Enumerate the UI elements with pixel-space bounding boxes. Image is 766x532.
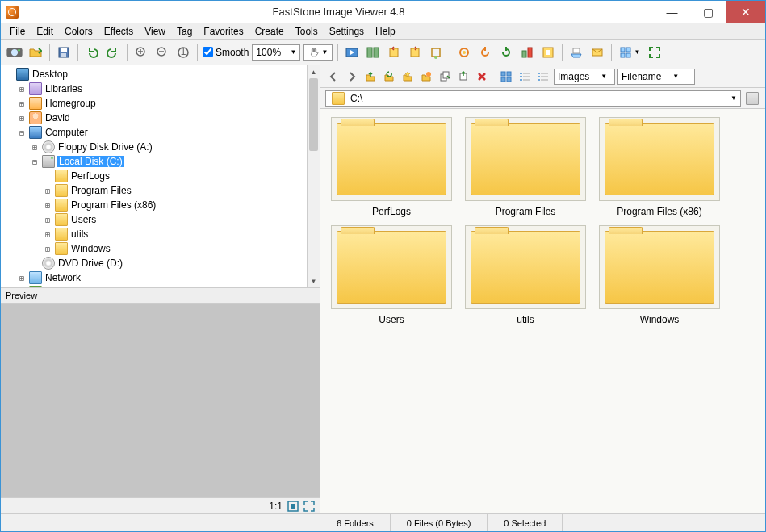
- expander-icon[interactable]: ⊞: [17, 85, 27, 94]
- menu-favorites[interactable]: Favorites: [198, 26, 249, 37]
- smooth-checkbox[interactable]: Smooth: [203, 47, 249, 58]
- thumbnail-area[interactable]: PerfLogsProgram FilesProgram Files (x86)…: [320, 109, 765, 513]
- save-button[interactable]: [55, 44, 73, 61]
- scroll-down-button[interactable]: ▼: [308, 274, 320, 287]
- scroll-thumb[interactable]: [309, 78, 318, 151]
- folder-thumb[interactable]: Program Files (x86): [596, 117, 722, 217]
- zoom-select[interactable]: 100%▼: [252, 44, 300, 61]
- zoom-out-button[interactable]: [153, 44, 171, 61]
- email-button[interactable]: [588, 44, 606, 61]
- menu-file[interactable]: File: [4, 26, 31, 37]
- folder-thumb[interactable]: utils: [463, 225, 588, 325]
- sort-select[interactable]: Filename▼: [617, 69, 695, 85]
- expander-icon[interactable]: ⊞: [43, 230, 52, 239]
- view-list-button[interactable]: [517, 69, 533, 85]
- open-folder-button[interactable]: [27, 44, 44, 61]
- menu-effects[interactable]: Effects: [98, 26, 139, 37]
- scroll-track[interactable]: [308, 78, 320, 274]
- folder-tree[interactable]: Desktop⊞Libraries⊞Homegroup⊞David⊟Comput…: [1, 65, 307, 287]
- zoom-in-button[interactable]: [132, 44, 150, 61]
- view-details-button[interactable]: [535, 69, 551, 85]
- tree-item[interactable]: ⊞Windows: [1, 241, 307, 256]
- tree-item[interactable]: DVD Drive (D:): [1, 256, 307, 270]
- rotate-left-button[interactable]: [385, 44, 403, 61]
- tree-item[interactable]: PerfLogs: [1, 169, 307, 183]
- undo-button[interactable]: [83, 44, 101, 61]
- menu-colors[interactable]: Colors: [59, 26, 98, 37]
- redo-button[interactable]: [104, 44, 122, 61]
- menu-edit[interactable]: Edit: [31, 26, 59, 37]
- address-bar[interactable]: C:\ ▼: [325, 90, 741, 107]
- tree-item[interactable]: ⊞Network: [1, 270, 307, 285]
- smooth-check-input[interactable]: [203, 47, 213, 57]
- close-button[interactable]: ✕: [726, 1, 765, 23]
- nav-back-button[interactable]: [325, 69, 341, 85]
- expander-icon[interactable]: ⊞: [43, 186, 52, 195]
- zoom-actual-button[interactable]: 1: [174, 44, 192, 61]
- expander-icon[interactable]: ⊞: [17, 114, 27, 123]
- crop-button[interactable]: [427, 44, 445, 61]
- menu-create[interactable]: Create: [249, 26, 290, 37]
- menu-help[interactable]: Help: [370, 26, 401, 37]
- tree-item[interactable]: ⊞David: [1, 111, 307, 125]
- maximize-button[interactable]: ▢: [690, 1, 726, 23]
- undo-edit-button[interactable]: [476, 44, 494, 61]
- expander-icon[interactable]: ⊞: [30, 143, 40, 152]
- nav-move-button[interactable]: [455, 69, 471, 85]
- tree-item[interactable]: Downloads: [1, 285, 307, 287]
- svg-rect-48: [541, 76, 548, 77]
- expander-icon[interactable]: ⊞: [17, 274, 27, 283]
- expander-icon[interactable]: ⊟: [30, 157, 40, 166]
- tree-item[interactable]: ⊞Users: [1, 212, 307, 227]
- nav-newfolder-button[interactable]: [418, 69, 434, 85]
- minimize-button[interactable]: —: [654, 1, 690, 23]
- nav-favorite-button[interactable]: [400, 69, 416, 85]
- fullscreen-button[interactable]: [646, 44, 663, 61]
- tree-item[interactable]: ⊞Program Files: [1, 183, 307, 198]
- expand-icon[interactable]: [303, 501, 315, 512]
- tree-item[interactable]: ⊞utils: [1, 227, 307, 241]
- menu-view[interactable]: View: [139, 26, 171, 37]
- tree-item[interactable]: ⊞Libraries: [1, 82, 307, 96]
- redo-edit-button[interactable]: [497, 44, 515, 61]
- nav-up-button[interactable]: [362, 69, 379, 85]
- menu-tools[interactable]: Tools: [290, 26, 324, 37]
- tree-item[interactable]: ⊟Local Disk (C:): [1, 154, 307, 169]
- tree-item[interactable]: ⊞Program Files (x86): [1, 198, 307, 212]
- folder-thumb[interactable]: Users: [329, 225, 454, 325]
- expander-icon[interactable]: ⊞: [43, 216, 52, 224]
- tree-item[interactable]: ⊞Homegroup: [1, 96, 307, 111]
- fit-icon[interactable]: [287, 501, 299, 512]
- scroll-up-button[interactable]: ▲: [308, 65, 320, 78]
- menu-tag[interactable]: Tag: [171, 26, 198, 37]
- recycle-button[interactable]: [744, 90, 760, 107]
- nav-copy-button[interactable]: [437, 69, 453, 85]
- tree-scrollbar[interactable]: ▲ ▼: [307, 65, 320, 287]
- menu-settings[interactable]: Settings: [324, 26, 370, 37]
- folder-thumb[interactable]: Windows: [596, 225, 722, 325]
- resize-button[interactable]: [518, 44, 536, 61]
- adjust-colors-button[interactable]: [455, 44, 473, 61]
- hand-tool-select[interactable]: ▼: [303, 44, 333, 61]
- nav-delete-button[interactable]: [474, 69, 490, 85]
- tree-item[interactable]: ⊞Floppy Disk Drive (A:): [1, 140, 307, 154]
- compare-button[interactable]: [364, 44, 382, 61]
- settings-button[interactable]: ▼: [617, 44, 643, 61]
- tree-item[interactable]: ⊟Computer: [1, 125, 307, 140]
- view-large-icons-button[interactable]: [498, 69, 514, 85]
- expander-icon[interactable]: ⊞: [43, 245, 52, 253]
- acquire-scan-button[interactable]: [6, 44, 23, 61]
- nav-refresh-button[interactable]: [381, 69, 397, 85]
- nav-forward-button[interactable]: [344, 69, 360, 85]
- filter-select[interactable]: Images▼: [554, 69, 615, 85]
- canvas-button[interactable]: [539, 44, 557, 61]
- expander-icon[interactable]: ⊟: [17, 128, 27, 137]
- tree-item[interactable]: Desktop: [1, 67, 307, 82]
- expander-icon[interactable]: ⊞: [17, 99, 27, 108]
- rotate-right-button[interactable]: [406, 44, 424, 61]
- folder-thumb[interactable]: PerfLogs: [329, 117, 454, 217]
- expander-icon[interactable]: ⊞: [43, 201, 52, 210]
- folder-thumb[interactable]: Program Files: [463, 117, 588, 217]
- slideshow-button[interactable]: [343, 44, 361, 61]
- scanner-button[interactable]: [567, 44, 585, 61]
